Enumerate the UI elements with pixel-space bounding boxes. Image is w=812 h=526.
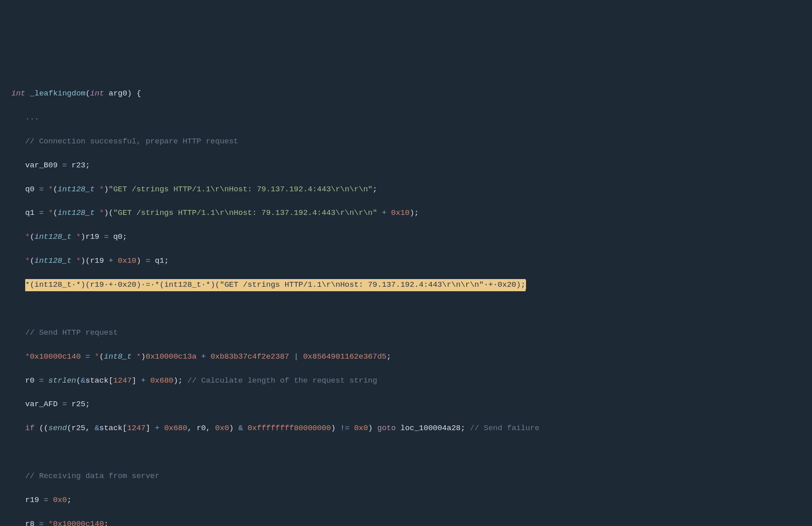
comment-line: // Receiving data from server (6, 470, 812, 482)
gutter (0, 0, 5, 526)
assign-line[interactable]: q0 = *(int128_t *)"GET /strings HTTP/1.1… (6, 184, 812, 195)
store-line[interactable]: *(int128_t *)r19 = q0; (6, 231, 812, 243)
function-signature[interactable]: int _leafkingdom(int arg0) { (6, 88, 812, 100)
highlighted-line[interactable]: *(int128_t·*)(r19·+·0x20)·=·*(int128_t·*… (6, 279, 812, 291)
blank-line (6, 446, 812, 458)
assign-line[interactable]: q1 = *(int128_t *)("GET /strings HTTP/1.… (6, 207, 812, 219)
assign-line[interactable]: r0 = strlen(&stack[1247] + 0x680); // Ca… (6, 375, 812, 387)
text-cursor (525, 280, 526, 289)
comment-line: // Send HTTP request (6, 327, 812, 339)
return-type: int (11, 89, 25, 98)
arg-name: arg0 (108, 89, 127, 98)
code-view[interactable]: int _leafkingdom(int arg0) { ... // Conn… (0, 76, 812, 526)
ellipsis: ... (6, 112, 812, 123)
assign-line[interactable]: r19 = 0x0; (6, 494, 812, 506)
function-name: _leafkingdom (30, 89, 86, 98)
store-line[interactable]: *(int128_t *)(r19 + 0x10) = q1; (6, 255, 812, 267)
comment-line: // Connection successful, prepare HTTP r… (6, 136, 812, 147)
assign-line[interactable]: var_B09 = r23; (6, 160, 812, 171)
if-line[interactable]: if ((send(r25, &stack[1247] + 0x680, r0,… (6, 422, 812, 434)
arg-type: int (90, 89, 104, 98)
assign-line[interactable]: var_AFD = r25; (6, 398, 812, 410)
blank-line (6, 303, 812, 315)
assign-line[interactable]: r8 = *0x10000c140; (6, 518, 812, 526)
store-line[interactable]: *0x10000c140 = *(int8_t *)0x10000c13a + … (6, 351, 812, 363)
